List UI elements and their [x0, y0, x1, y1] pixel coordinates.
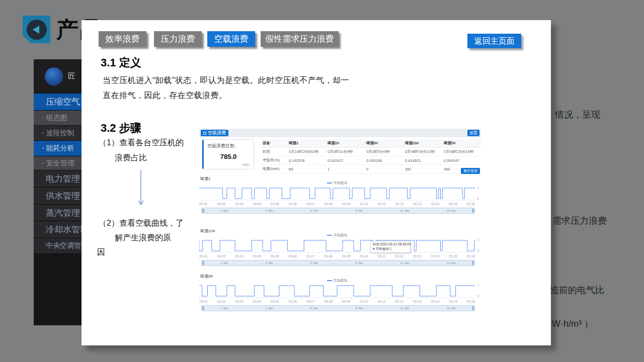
expand-all-button[interactable]: 展开全部 — [461, 168, 480, 174]
slider-handle-right[interactable] — [472, 261, 474, 265]
slider-handle-left[interactable] — [202, 306, 204, 310]
x-tick: 03-14 — [431, 254, 439, 258]
chart-block-1: 啤酒10#空载曲线1003-0103-0203-0303-0403-0503-0… — [199, 228, 481, 268]
left-arrow-icon — [33, 26, 39, 34]
window-icon — [203, 132, 206, 135]
slider-handle-right[interactable] — [472, 209, 474, 213]
step2-line1: （2）查看空载曲线，了 — [99, 218, 184, 229]
x-tick: 03-09 — [342, 300, 351, 303]
brand-logo-icon — [45, 67, 63, 85]
device-table: 设备啤酒1啤酒2#啤酒9#啤酒10#啤酒5# 时间0天14时25分52秒0天0时… — [261, 139, 480, 173]
right-fragment-3: 造前的电气比 — [550, 284, 604, 296]
y-axis-tick-0: 0 — [477, 249, 479, 252]
sidebar-item-0[interactable]: 压缩空气 — [34, 94, 82, 111]
x-tick: 03-06 — [288, 300, 297, 303]
slider-label: 11. Mar — [400, 307, 409, 310]
x-tick: 03-06 — [288, 254, 297, 258]
x-tick: 03-11 — [378, 202, 386, 206]
tab-0[interactable]: 效率浪费 — [99, 31, 146, 47]
sidebar-item-2[interactable]: - 波段控制 — [34, 126, 82, 141]
table-cell: 0.000336 — [364, 156, 403, 165]
sidebar: 匠 压缩空气- 组态图- 波段控制- 能耗分析- 安全管理电力管理供水管理蒸汽管… — [34, 59, 82, 325]
tab-3[interactable]: 假性需求压力浪费 — [261, 31, 339, 47]
back-to-main-button[interactable]: 返回主页面 — [467, 34, 521, 48]
chart-legend: 空载曲线 — [199, 233, 475, 238]
x-tick: 03-07 — [306, 300, 315, 303]
sidebar-item-3[interactable]: - 能耗分析 — [34, 141, 82, 156]
x-tick: 03-04 — [253, 202, 261, 206]
x-tick: 03-14 — [431, 202, 439, 206]
table-header-2: 啤酒2# — [326, 139, 364, 148]
slide-panel: 效率浪费压力浪费空载浪费假性需求压力浪费 返回主页面 3.1 定义 当空压机进入… — [82, 20, 551, 345]
table-header-4: 啤酒10# — [403, 139, 442, 148]
x-tick: 03-14 — [431, 300, 439, 303]
dashboard-header: 空载浪费 设置 — [199, 129, 481, 137]
table-cell: 0 — [364, 165, 403, 173]
slider-label: 13. Mar — [446, 261, 456, 264]
sidebar-item-8[interactable]: 冷却水管理 — [34, 221, 82, 238]
series-dot-icon — [373, 248, 375, 250]
x-axis-labels: 03-0103-0203-0303-0403-0503-0603-0703-08… — [199, 254, 475, 258]
slider-handle-right[interactable] — [472, 306, 474, 310]
x-tick: 03-05 — [271, 202, 279, 206]
slider-label: 6. Mar — [310, 307, 318, 310]
x-tick: 03-15 — [449, 254, 457, 258]
slider-label: 8. Mar — [355, 261, 363, 264]
back-circle-icon — [27, 20, 47, 40]
sidebar-item-5[interactable]: 电力管理 — [34, 170, 82, 188]
sidebar-item-6[interactable]: 供水管理 — [34, 188, 82, 205]
x-tick: 03-10 — [360, 254, 368, 258]
table-header-5: 啤酒5# — [442, 139, 480, 148]
right-fragment-2: 需求压力浪费 — [552, 215, 607, 227]
table-cell: 0天0时5分9秒 — [364, 148, 403, 156]
x-tick: 03-13 — [413, 202, 422, 206]
settings-button[interactable]: 设置 — [467, 130, 479, 136]
table-cell: 时间 — [261, 148, 287, 156]
chart-plot — [199, 283, 475, 298]
sidebar-item-9[interactable]: 中央空调管理 — [34, 238, 82, 254]
slider-handle-left[interactable] — [202, 209, 204, 213]
sidebar-item-4[interactable]: - 安全管理 — [34, 156, 82, 170]
x-tick: 03-13 — [413, 254, 422, 258]
step2-line2: 解产生浪费的原 — [115, 233, 171, 243]
table-cell: 352 — [403, 165, 442, 173]
legend-line-icon — [327, 235, 332, 236]
chart-legend: 空载曲线 — [199, 278, 475, 283]
table-cell: 68 — [287, 165, 326, 173]
x-tick: 03-16 — [466, 300, 475, 303]
x-tick: 03-07 — [306, 254, 315, 258]
x-tick: 03-08 — [324, 300, 333, 303]
chart-block-0: 啤酒1空载曲线1003-0103-0203-0303-0403-0503-060… — [199, 176, 481, 216]
slider-label: 4. Mar — [265, 209, 273, 212]
datazoom-slider[interactable]: 1. Mar4. Mar6. Mar8. Mar11. Mar13. Mar — [201, 305, 475, 311]
chart-plot — [199, 238, 475, 253]
sidebar-item-7[interactable]: 蒸汽管理 — [34, 205, 82, 221]
datazoom-slider[interactable]: 1. Mar4. Mar6. Mar8. Mar11. Mar13. Mar — [201, 260, 475, 266]
x-tick: 03-12 — [395, 202, 404, 206]
step1-line1: （1）查看各台空压机的 — [99, 138, 184, 148]
summary-unit: kWh — [243, 163, 250, 166]
x-tick: 03-02 — [217, 254, 225, 258]
datazoom-slider[interactable]: 1. Mar4. Mar6. Mar8. Mar11. Mar13. Mar — [201, 208, 475, 214]
tooltip-time: 时间:2021-03-12 08:33:00 — [373, 242, 408, 247]
right-fragment-1: 情况，呈现 — [555, 109, 600, 121]
sidebar-item-1[interactable]: - 组态图 — [34, 111, 82, 126]
tab-1[interactable]: 压力浪费 — [154, 31, 202, 47]
legend-line-icon — [327, 280, 332, 281]
tab-2[interactable]: 空载浪费 — [207, 31, 255, 47]
definition-heading: 3.1 定义 — [101, 55, 141, 70]
x-tick: 03-11 — [378, 300, 386, 303]
x-tick: 03-02 — [217, 300, 225, 303]
summary-label: 空载浪费总数: — [207, 143, 236, 149]
x-tick: 03-11 — [378, 254, 386, 258]
x-tick: 03-05 — [271, 300, 279, 303]
dashboard-title-text: 空载浪费 — [208, 130, 226, 136]
slider-handle-left[interactable] — [202, 261, 204, 265]
x-tick: 03-16 — [466, 202, 475, 206]
slider-label: 6. Mar — [310, 261, 318, 264]
slider-label: 13. Mar — [446, 209, 456, 212]
x-tick: 03-02 — [217, 202, 225, 206]
table-header-0: 设备 — [261, 139, 287, 148]
table-cell: 0天48时25分19秒 — [442, 148, 480, 156]
step1-line2: 浪费占比 — [115, 153, 147, 163]
